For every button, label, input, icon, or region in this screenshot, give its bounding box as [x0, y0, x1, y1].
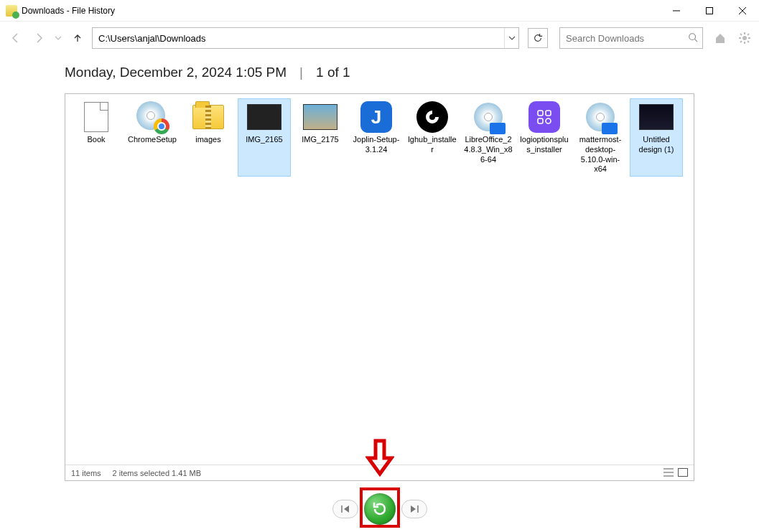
- version-position: 1 of 1: [316, 65, 350, 80]
- svg-line-5: [695, 39, 698, 42]
- svg-line-11: [740, 34, 742, 35]
- address-dropdown-button[interactable]: [504, 28, 518, 48]
- back-button[interactable]: [7, 29, 24, 47]
- search-box[interactable]: [559, 27, 703, 49]
- file-icon: [79, 101, 113, 134]
- address-input[interactable]: [93, 33, 504, 44]
- file-label: Book: [72, 135, 121, 145]
- file-item[interactable]: IMG_2175: [294, 98, 347, 177]
- separator: |: [299, 65, 303, 80]
- svg-rect-22: [679, 468, 688, 476]
- file-item[interactable]: images: [182, 98, 235, 177]
- file-icon: [135, 101, 169, 134]
- version-timestamp: Monday, December 2, 2024 1:05 PM: [65, 65, 287, 80]
- history-controls: [326, 495, 434, 523]
- file-item[interactable]: JJoplin-Setup-3.1.24: [350, 98, 403, 177]
- settings-button[interactable]: [737, 31, 752, 45]
- svg-line-13: [748, 34, 749, 35]
- forward-button[interactable]: [30, 29, 47, 47]
- next-version-button[interactable]: [401, 500, 427, 518]
- file-label: IMG_2175: [296, 135, 345, 145]
- recent-locations-button[interactable]: [53, 29, 63, 47]
- file-item[interactable]: logioptionsplus_installer: [518, 98, 571, 177]
- file-icon: [191, 101, 225, 134]
- selection-info: 2 items selected 1.41 MB: [113, 469, 202, 477]
- toolbar: [0, 22, 759, 55]
- search-icon: [688, 32, 698, 45]
- file-label: lghub_installer: [408, 135, 457, 155]
- restore-button[interactable]: [364, 493, 396, 525]
- file-item[interactable]: Book: [70, 98, 123, 177]
- titlebar: Downloads - File History: [0, 0, 759, 22]
- file-item[interactable]: Untitled design (1): [630, 98, 683, 177]
- minimize-button[interactable]: [660, 0, 693, 22]
- file-item[interactable]: mattermost-desktop-5.10.0-win-x64: [574, 98, 627, 177]
- window-title: Downloads - File History: [22, 6, 115, 16]
- thumbnails-view-button[interactable]: [678, 468, 688, 478]
- file-list-pane: BookChromeSetupimagesIMG_2165IMG_2175JJo…: [65, 93, 694, 481]
- file-item[interactable]: ChromeSetup: [126, 98, 179, 177]
- svg-rect-17: [538, 118, 543, 123]
- file-icon: [583, 101, 618, 134]
- close-button[interactable]: [726, 0, 759, 22]
- file-icon: [247, 101, 281, 134]
- window-controls: [660, 0, 759, 22]
- view-toggles: [663, 468, 688, 478]
- file-item[interactable]: lghub_installer: [406, 98, 459, 177]
- svg-rect-15: [538, 111, 543, 116]
- svg-point-6: [742, 36, 747, 40]
- app-icon: [6, 5, 17, 17]
- previous-version-button[interactable]: [332, 500, 358, 518]
- file-grid: BookChromeSetupimagesIMG_2165IMG_2175JJo…: [65, 94, 694, 181]
- file-label: logioptionsplus_installer: [520, 135, 569, 155]
- up-button[interactable]: [69, 29, 86, 47]
- file-label: Untitled design (1): [632, 135, 681, 155]
- search-input[interactable]: [564, 32, 688, 45]
- file-label: Joplin-Setup-3.1.24: [352, 135, 401, 155]
- svg-rect-16: [546, 111, 551, 116]
- maximize-button[interactable]: [693, 0, 726, 22]
- item-count: 11 items: [71, 469, 101, 477]
- refresh-button[interactable]: [528, 28, 548, 48]
- file-icon: [639, 101, 674, 134]
- file-icon: J: [359, 101, 394, 134]
- file-item[interactable]: LibreOffice_24.8.3_Win_x86-64: [462, 98, 515, 177]
- file-label: images: [184, 135, 233, 145]
- file-label: ChromeSetup: [128, 135, 177, 145]
- version-header: Monday, December 2, 2024 1:05 PM | 1 of …: [65, 65, 694, 80]
- home-button[interactable]: [713, 31, 727, 45]
- file-icon: [415, 101, 450, 134]
- file-icon: [303, 101, 337, 134]
- file-label: mattermost-desktop-5.10.0-win-x64: [576, 135, 625, 174]
- file-label: IMG_2165: [240, 135, 289, 145]
- file-item[interactable]: IMG_2165: [238, 98, 291, 177]
- file-icon: [471, 101, 506, 134]
- svg-point-18: [546, 118, 551, 123]
- svg-point-4: [689, 33, 696, 39]
- details-view-button[interactable]: [663, 468, 674, 478]
- content-area: Monday, December 2, 2024 1:05 PM | 1 of …: [65, 65, 694, 485]
- file-icon: [527, 101, 562, 134]
- svg-line-14: [740, 41, 742, 42]
- svg-line-12: [748, 41, 749, 42]
- address-bar[interactable]: [92, 27, 519, 49]
- svg-rect-1: [707, 7, 713, 14]
- status-bar: 11 items 2 items selected 1.41 MB: [65, 465, 694, 480]
- file-label: LibreOffice_24.8.3_Win_x86-64: [464, 135, 513, 164]
